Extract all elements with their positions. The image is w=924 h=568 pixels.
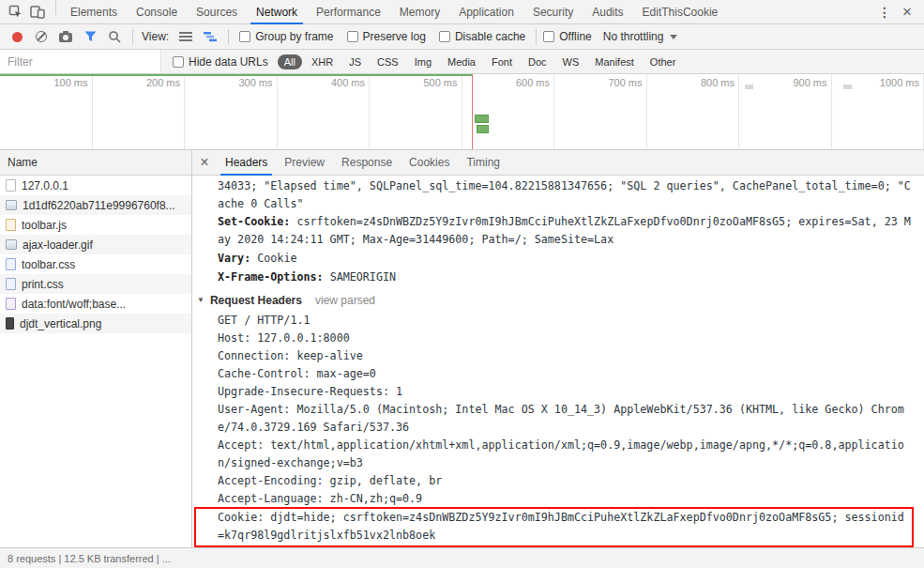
timeline-tick-label: 800 ms (701, 77, 735, 88)
timeline-overview[interactable]: 100 ms 200 ms 300 ms 400 ms 500 ms 600 m… (0, 74, 924, 150)
close-details-icon[interactable]: × (192, 150, 217, 175)
timeline-tick-label: 100 ms (53, 77, 87, 88)
show-overview-icon[interactable] (199, 25, 221, 48)
request-row[interactable]: toolbar.js (0, 215, 191, 235)
request-row[interactable]: toolbar.css (0, 254, 191, 274)
response-header-name: Vary: (218, 252, 250, 265)
details-tab[interactable]: Preview (276, 150, 333, 175)
record-dot (12, 32, 23, 42)
checkbox-box[interactable] (543, 31, 554, 42)
devtools-tab-bar: Elements Console Sources Network Perform… (0, 0, 924, 24)
panel-tab[interactable]: Memory (390, 0, 449, 23)
request-name: ajax-loader.gif (23, 238, 93, 252)
panel-tab[interactable]: Application (449, 0, 523, 23)
disclosure-triangle-icon[interactable]: ▼ (197, 292, 204, 309)
panel-tab-label: Network (256, 6, 297, 19)
capture-screenshots-icon[interactable] (54, 25, 77, 48)
panel-tab[interactable]: EditThisCookie (633, 0, 728, 23)
panel-tab[interactable]: Security (523, 0, 583, 23)
details-tabs: Headers Preview Response Cookies Timing (217, 150, 508, 175)
toolbar-checkbox[interactable]: Group by frame (239, 30, 333, 43)
waterfall-mark (843, 84, 852, 89)
offline-checkbox[interactable]: Offline (543, 30, 591, 43)
request-header-line: Accept: text/html,application/xhtml+xml,… (218, 437, 916, 472)
details-tab-label: Response (341, 156, 392, 169)
details-tab[interactable]: Response (333, 150, 401, 175)
panel-tabs: Elements Console Sources Network Perform… (61, 0, 727, 23)
throttling-dropdown[interactable]: No throttling (603, 30, 678, 43)
inspect-element-icon[interactable] (4, 1, 26, 23)
toolbar-checkbox[interactable]: Preserve log (347, 30, 426, 43)
filter-funnel-icon[interactable] (79, 25, 101, 48)
toolbar-divider (55, 0, 56, 15)
request-row[interactable]: ajax-loader.gif (0, 235, 191, 254)
clear-glyph (36, 31, 47, 42)
timeline-tick: 400 ms (278, 74, 371, 149)
waterfall-bar (475, 115, 489, 123)
timeline-tick-label: 500 ms (423, 77, 457, 88)
panel-tab[interactable]: Network (247, 0, 307, 23)
panel-tab[interactable]: Audits (583, 0, 632, 23)
file-type-icon (6, 278, 16, 290)
toolbar-checkbox[interactable]: Disable cache (439, 30, 525, 43)
checkbox-box[interactable] (173, 56, 184, 68)
request-row[interactable]: 1d1df6220ab711e9996760f8... (0, 195, 191, 215)
panel-tab[interactable]: Console (127, 0, 187, 23)
request-row[interactable]: djdt_vertical.png (0, 314, 191, 333)
panel-tab[interactable]: Performance (307, 0, 390, 23)
response-header-name: X-Frame-Options: (218, 270, 324, 284)
filter-pill[interactable]: All (278, 54, 302, 69)
filter-pill[interactable]: Doc (522, 54, 553, 69)
filter-input[interactable] (0, 50, 161, 73)
filter-pill[interactable]: Media (441, 54, 482, 69)
more-options-icon[interactable]: ⋮ (873, 1, 896, 23)
timeline-tick-label: 1000 ms (880, 77, 919, 88)
checkbox-box[interactable] (347, 31, 358, 42)
filter-pill[interactable]: Font (485, 54, 519, 69)
filter-pill[interactable]: CSS (371, 54, 405, 69)
response-header-line: Vary: Cookie (218, 250, 916, 268)
file-type-icon (6, 200, 17, 210)
clear-network-log-icon[interactable] (30, 25, 53, 48)
toolbar-divider (536, 29, 537, 44)
checkbox-box[interactable] (239, 31, 250, 42)
response-header-name: Set-Cookie: (218, 215, 290, 228)
filter-pill[interactable]: JS (342, 54, 368, 69)
panel-tab[interactable]: Elements (61, 0, 127, 23)
request-header-line: Accept-Language: zh-CN,zh;q=0.9 (218, 490, 916, 508)
timeline-tick-label: 700 ms (608, 77, 642, 88)
filter-pill[interactable]: Other (644, 54, 683, 69)
checkbox-box[interactable] (439, 31, 450, 42)
filter-pill[interactable]: XHR (305, 54, 340, 69)
panel-tab-label: Sources (196, 6, 237, 19)
search-icon[interactable] (103, 25, 126, 48)
response-header-line: X-Frame-Options: SAMEORIGIN (218, 269, 916, 286)
view-parsed-link[interactable]: view parsed (315, 292, 375, 309)
request-details-pane: × Headers Preview Response Cookies Timin… (192, 150, 924, 547)
record-network-log-icon[interactable] (6, 25, 28, 48)
request-row[interactable]: data:font/woff;base... (0, 294, 191, 314)
timeline-tick: 600 ms (462, 74, 555, 149)
panel-tab-label: Memory (400, 6, 440, 19)
panel-tab[interactable]: Sources (187, 0, 247, 23)
file-type-icon (6, 239, 17, 250)
filter-pill[interactable]: Img (408, 54, 438, 69)
filter-pill[interactable]: Manifest (588, 54, 641, 69)
large-request-rows-icon[interactable] (174, 25, 197, 48)
file-type-icon (6, 258, 16, 270)
request-row[interactable]: 127.0.0.1 (0, 176, 191, 195)
checkbox-label: Group by frame (255, 30, 333, 43)
device-toolbar-icon[interactable] (26, 1, 49, 23)
timeline-grid: 100 ms 200 ms 300 ms 400 ms 500 ms 600 m… (0, 74, 924, 149)
filter-pill[interactable]: WS (556, 54, 586, 69)
details-tab[interactable]: Headers (217, 150, 276, 175)
details-tab[interactable]: Timing (458, 150, 508, 175)
waterfall-mark (745, 84, 753, 89)
details-tab[interactable]: Cookies (401, 150, 458, 175)
close-devtools-icon[interactable]: × (896, 1, 918, 23)
request-row[interactable]: print.css (0, 274, 191, 294)
hide-data-urls-checkbox[interactable]: Hide data URLs (173, 55, 268, 69)
request-header-line: GET / HTTP/1.1 (218, 312, 916, 330)
name-column-header[interactable]: Name (0, 150, 191, 176)
section-title: Request Headers (210, 292, 302, 309)
